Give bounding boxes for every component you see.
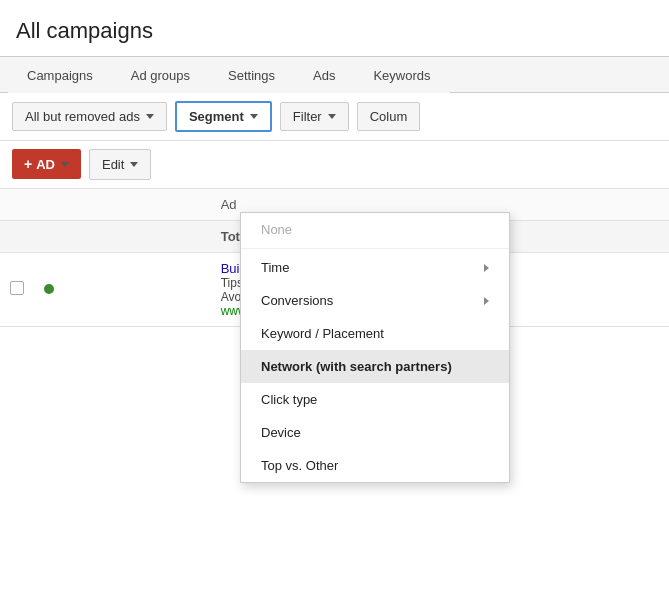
toolbar: All but removed ads Segment Filter Colum (0, 93, 669, 141)
segment-button[interactable]: Segment (175, 101, 272, 132)
tab-ad-groups[interactable]: Ad groups (112, 57, 209, 93)
status-dot-green-icon (44, 284, 54, 294)
chevron-right-icon (484, 297, 489, 305)
table-header-status-col (34, 189, 211, 221)
table-header-checkbox-col (0, 189, 34, 221)
ad-checkbox-cell[interactable] (0, 253, 34, 327)
filter-label: Filter (293, 109, 322, 124)
segment-option-network[interactable]: Network (with search partners) (241, 350, 509, 383)
plus-icon: + (24, 156, 32, 172)
edit-button[interactable]: Edit (89, 149, 151, 180)
segment-dropdown: NoneTimeConversionsKeyword / PlacementNe… (240, 212, 510, 483)
segment-label: Segment (189, 109, 244, 124)
tab-keywords[interactable]: Keywords (354, 57, 449, 93)
filter-button[interactable]: Filter (280, 102, 349, 131)
columns-button[interactable]: Colum (357, 102, 421, 131)
segment-option-click-type[interactable]: Click type (241, 383, 509, 416)
page-title: All campaigns (0, 0, 669, 56)
segment-option-label-none: None (261, 222, 292, 237)
total-checkbox-cell (0, 221, 34, 253)
segment-option-keyword-placement[interactable]: Keyword / Placement (241, 317, 509, 350)
edit-label: Edit (102, 157, 124, 172)
segment-caret-icon (250, 114, 258, 119)
segment-option-label-time: Time (261, 260, 289, 275)
add-ad-label: AD (36, 157, 55, 172)
tab-settings[interactable]: Settings (209, 57, 294, 93)
add-ad-button[interactable]: + AD (12, 149, 81, 179)
segment-option-label-top-vs-other: Top vs. Other (261, 458, 338, 473)
segment-option-label-click-type: Click type (261, 392, 317, 407)
filter-caret-icon (328, 114, 336, 119)
edit-caret-icon (130, 162, 138, 167)
filter-status-button[interactable]: All but removed ads (12, 102, 167, 131)
segment-option-conversions[interactable]: Conversions (241, 284, 509, 317)
tab-campaigns[interactable]: Campaigns (8, 57, 112, 93)
add-ad-caret-icon (61, 162, 69, 167)
segment-option-time[interactable]: Time (241, 251, 509, 284)
columns-label: Colum (370, 109, 408, 124)
segment-option-device[interactable]: Device (241, 416, 509, 449)
ad-status-cell (34, 253, 211, 327)
total-status-cell (34, 221, 211, 253)
tab-bar: Campaigns Ad groups Settings Ads Keyword… (0, 56, 669, 93)
segment-option-label-device: Device (261, 425, 301, 440)
segment-option-label-conversions: Conversions (261, 293, 333, 308)
filter-status-label: All but removed ads (25, 109, 140, 124)
segment-option-label-keyword-placement: Keyword / Placement (261, 326, 384, 341)
segment-option-label-network: Network (with search partners) (261, 359, 452, 374)
tab-ads[interactable]: Ads (294, 57, 354, 93)
segment-option-top-vs-other[interactable]: Top vs. Other (241, 449, 509, 482)
filter-status-caret-icon (146, 114, 154, 119)
segment-option-none: None (241, 213, 509, 246)
chevron-right-icon (484, 264, 489, 272)
table-actions: + AD Edit (0, 141, 669, 189)
ad-checkbox[interactable] (10, 281, 24, 295)
